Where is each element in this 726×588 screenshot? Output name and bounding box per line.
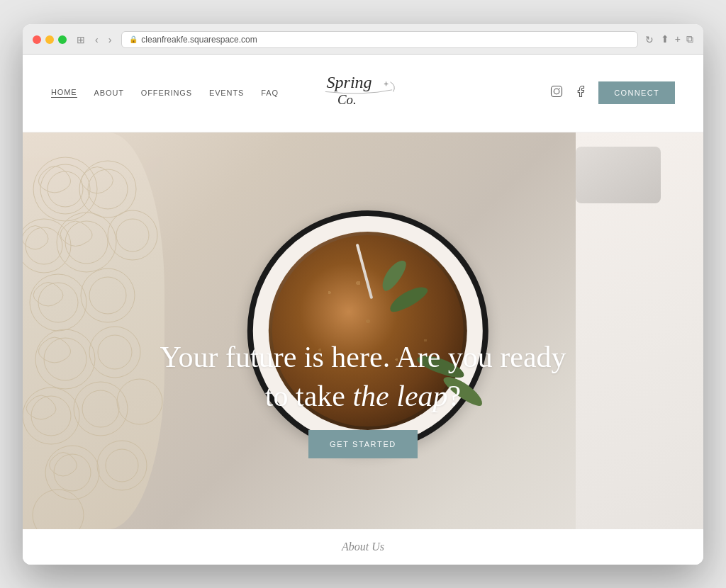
svg-point-11 [23,219,71,273]
hero-scene [23,132,703,529]
nav-events[interactable]: EVENTS [209,89,244,97]
svg-point-20 [89,277,126,314]
hero-content: Your future is here. Are you ready to ta… [23,338,703,458]
svg-point-12 [26,227,62,264]
svg-point-7 [40,164,90,214]
svg-point-34 [33,490,84,529]
svg-text:Co.: Co. [337,92,357,107]
url-text: cleanfreakfe.squarespace.com [141,35,257,45]
svg-point-14 [65,221,108,264]
svg-point-19 [81,268,135,322]
quilt-pattern-svg [23,132,164,529]
browser-chrome: ⊞ ‹ › 🔒 cleanfreakfe.squarespace.com ↻ ⬆… [23,24,703,55]
nav-home[interactable]: HOME [51,88,77,98]
address-bar[interactable]: 🔒 cleanfreakfe.squarespace.com [121,31,637,48]
svg-point-15 [108,210,157,260]
reload-button[interactable]: ↻ [645,34,654,45]
hero-headline: Your future is here. Are you ready to ta… [23,338,703,415]
get-started-button[interactable]: GET STARTED [308,430,418,458]
back-button[interactable]: ‹ [92,33,101,47]
instagram-icon[interactable] [550,85,563,101]
traffic-lights [33,35,67,44]
browser-controls: ⊞ ‹ › [74,33,114,47]
browser-actions: ⬆ + ⧉ [661,33,693,45]
svg-point-6 [33,157,97,221]
svg-point-4 [554,89,560,94]
forward-button[interactable]: › [106,33,115,47]
svg-point-18 [38,283,78,322]
svg-rect-3 [552,86,562,97]
nav-faq[interactable]: FAQ [261,89,279,97]
duplicate-icon[interactable]: ⧉ [686,33,693,45]
svg-point-10 [88,169,128,209]
hero-section: Your future is here. Are you ready to ta… [23,132,703,529]
lock-icon: 🔒 [129,35,138,43]
nav-right: CONNeCT [550,81,675,104]
website: HOME ABOUT OFFERINGS EVENTS FAQ Spring +… [23,55,703,565]
new-tab-icon[interactable]: + [675,33,681,45]
svg-point-13 [57,213,116,272]
share-icon[interactable]: ⬆ [661,33,669,45]
site-logo: Spring + Co. [320,67,406,119]
svg-point-8 [48,171,83,207]
close-button[interactable] [33,35,41,44]
facebook-icon[interactable] [574,85,587,101]
maximize-button[interactable] [58,35,67,44]
minimize-button[interactable] [45,35,54,44]
svg-point-5 [559,88,561,89]
sidebar-toggle[interactable]: ⊞ [74,33,88,47]
svg-text:+: + [384,79,389,89]
svg-point-31 [54,454,91,491]
connect-button[interactable]: CONNeCT [598,81,675,104]
nav-offerings[interactable]: OFFERINGS [141,89,192,97]
browser-window: ⊞ ‹ › 🔒 cleanfreakfe.squarespace.com ↻ ⬆… [23,24,703,565]
marble-decoration [576,147,661,203]
svg-point-17 [30,274,86,331]
main-nav: HOME ABOUT OFFERINGS EVENTS FAQ [51,88,279,98]
about-teaser-text: About Us [34,541,692,553]
about-teaser: About Us [23,529,703,565]
quilt-left [23,132,164,529]
svg-text:Spring: Spring [327,73,372,91]
site-header: HOME ABOUT OFFERINGS EVENTS FAQ Spring +… [23,55,703,132]
logo-svg: Spring + Co. [320,67,406,116]
svg-point-16 [116,219,149,251]
svg-point-9 [79,161,136,217]
nav-about[interactable]: ABOUT [94,89,124,97]
